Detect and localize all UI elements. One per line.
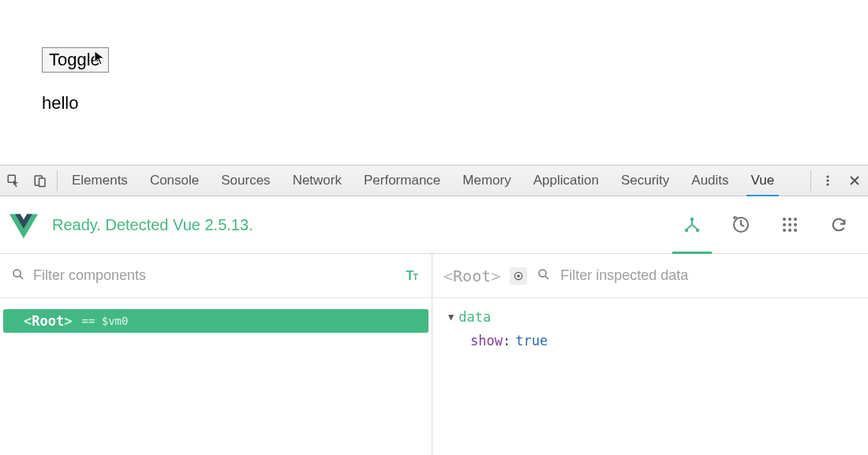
text-size-icon[interactable]: TT <box>406 269 417 283</box>
data-key: show <box>470 333 503 349</box>
svg-point-15 <box>794 223 797 226</box>
caret-down-icon: ▼ <box>448 311 454 323</box>
tab-application[interactable]: Application <box>522 166 610 196</box>
inspector-header: <Root> <box>432 254 868 298</box>
tree-root-label: <Root> <box>24 313 72 329</box>
tab-performance[interactable]: Performance <box>353 166 451 196</box>
svg-point-10 <box>783 218 786 221</box>
scroll-into-view-icon[interactable] <box>510 267 527 285</box>
toggle-button[interactable]: Toggle <box>42 47 109 73</box>
inspector-filter-input[interactable] <box>560 267 854 284</box>
inspect-element-icon[interactable] <box>0 166 27 196</box>
inspector-panel: <Root> ▼ data show:true <box>432 254 868 455</box>
kebab-menu-icon[interactable] <box>814 166 841 196</box>
tab-vue[interactable]: Vue <box>740 166 786 196</box>
svg-point-19 <box>13 270 21 277</box>
rendered-page: Toggle hello <box>0 0 868 165</box>
component-filter-row: TT <box>0 254 432 298</box>
svg-point-20 <box>518 274 521 278</box>
svg-point-17 <box>788 229 791 232</box>
svg-point-11 <box>788 218 791 221</box>
tabbar-divider <box>810 170 811 191</box>
tab-console[interactable]: Console <box>139 166 210 196</box>
tab-sources[interactable]: Sources <box>210 166 281 196</box>
vue-tools <box>680 213 851 237</box>
inspector-body: ▼ data show:true <box>432 298 868 360</box>
svg-point-18 <box>794 229 797 232</box>
page-output-text: hello <box>42 93 868 114</box>
data-entry[interactable]: show:true <box>448 333 852 349</box>
data-section-header[interactable]: ▼ data <box>448 309 852 325</box>
close-devtools-icon[interactable] <box>841 166 868 196</box>
device-toolbar-icon[interactable] <box>27 166 54 196</box>
vue-panels: TT <Root> == $vm0 <Root> ▼ data <box>0 254 868 455</box>
tab-audits[interactable]: Audits <box>680 166 739 196</box>
refresh-tool-icon[interactable] <box>827 213 851 237</box>
component-filter-input[interactable] <box>33 267 398 284</box>
vue-statusbar: Ready. Detected Vue 2.5.13. <box>0 196 868 254</box>
tabbar-divider <box>57 170 58 191</box>
devtools-tabbar: Elements Console Sources Network Perform… <box>0 165 868 196</box>
svg-point-6 <box>690 218 694 221</box>
tab-network[interactable]: Network <box>282 166 353 196</box>
svg-point-14 <box>788 223 791 226</box>
toggle-button-label: Toggle <box>49 50 100 69</box>
events-tool-icon[interactable] <box>778 213 802 237</box>
search-icon <box>11 267 25 285</box>
components-tool-icon[interactable] <box>680 213 704 237</box>
svg-point-3 <box>826 175 829 177</box>
component-tree-panel: TT <Root> == $vm0 <box>0 254 432 455</box>
data-value: true <box>515 333 548 349</box>
search-icon <box>537 267 551 285</box>
tab-memory[interactable]: Memory <box>451 166 522 196</box>
vuex-tool-icon[interactable] <box>729 213 753 237</box>
component-tree: <Root> == $vm0 <box>0 298 432 344</box>
vue-status-message: Ready. Detected Vue 2.5.13. <box>52 216 253 234</box>
svg-point-5 <box>826 183 829 185</box>
svg-point-13 <box>783 223 786 226</box>
svg-point-16 <box>783 229 786 232</box>
vue-logo-icon <box>9 214 38 242</box>
svg-point-4 <box>826 179 829 181</box>
data-section-label: data <box>458 309 491 325</box>
tree-root-alias: == $vm0 <box>81 315 128 327</box>
inspector-crumb-root: <Root> <box>443 267 500 285</box>
svg-point-22 <box>539 270 546 277</box>
tab-elements[interactable]: Elements <box>61 166 139 196</box>
svg-rect-2 <box>39 178 46 187</box>
svg-point-12 <box>794 218 797 221</box>
tree-root-row[interactable]: <Root> == $vm0 <box>3 309 428 333</box>
tab-security[interactable]: Security <box>610 166 680 196</box>
